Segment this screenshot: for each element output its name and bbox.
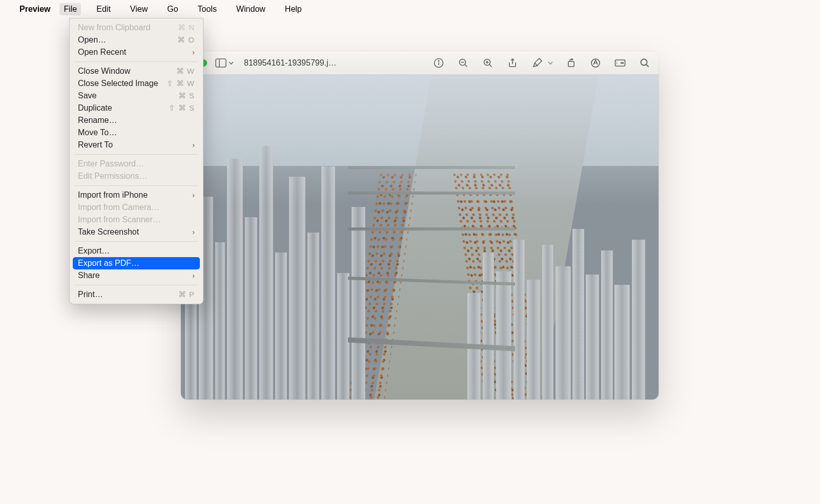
menu-item-enter-password: Enter Password… bbox=[73, 158, 200, 170]
menu-window[interactable]: Window bbox=[232, 3, 270, 15]
menu-item-open[interactable]: Open…⌘ O bbox=[73, 34, 200, 46]
titlebar[interactable]: 818954161-19395799.j… bbox=[181, 51, 659, 75]
menu-separator bbox=[75, 241, 198, 242]
menu-item-new-from-clipboard: New from Clipboard⌘ N bbox=[73, 22, 200, 34]
svg-point-3 bbox=[438, 60, 439, 61]
menu-item-label: Take Screenshot bbox=[78, 227, 139, 237]
menu-help[interactable]: Help bbox=[281, 3, 306, 15]
image-viewport[interactable] bbox=[181, 75, 659, 400]
menu-item-label: Close Selected Image bbox=[78, 79, 158, 88]
menu-item-label: New from Clipboard bbox=[78, 23, 150, 32]
menu-item-open-recent[interactable]: Open Recent› bbox=[73, 46, 200, 58]
menu-separator bbox=[75, 285, 198, 285]
menu-item-import-from-scanner: Import from Scanner… bbox=[73, 214, 200, 226]
menu-separator bbox=[75, 61, 198, 62]
markup-dropdown-icon[interactable] bbox=[548, 56, 553, 70]
search-button[interactable] bbox=[638, 56, 651, 70]
menu-item-save[interactable]: Save⌘ S bbox=[73, 90, 200, 102]
menu-item-duplicate[interactable]: Duplicate⇧ ⌘ S bbox=[73, 102, 200, 114]
menu-item-label: Import from Camera… bbox=[78, 203, 159, 212]
zoom-in-button[interactable] bbox=[481, 56, 495, 70]
menu-item-move-to[interactable]: Move To… bbox=[73, 127, 200, 139]
preview-window: 818954161-19395799.j… bbox=[181, 51, 659, 400]
menu-shortcut: ⌘ W bbox=[176, 67, 195, 76]
menu-item-label: Save bbox=[78, 91, 96, 100]
menu-item-import-from-iphone[interactable]: Import from iPhone› bbox=[73, 189, 200, 201]
chevron-right-icon: › bbox=[192, 191, 195, 199]
highlight-button[interactable] bbox=[589, 56, 602, 70]
svg-line-9 bbox=[489, 65, 492, 67]
menu-tools[interactable]: Tools bbox=[194, 3, 221, 15]
menu-item-label: Export… bbox=[78, 246, 110, 256]
svg-line-6 bbox=[465, 65, 467, 67]
menu-separator bbox=[75, 185, 198, 186]
menu-item-label: Duplicate bbox=[78, 103, 112, 113]
menu-item-label: Enter Password… bbox=[78, 159, 144, 169]
menu-item-label: Import from iPhone bbox=[78, 191, 148, 200]
toolbar bbox=[432, 56, 651, 70]
svg-point-20 bbox=[641, 59, 647, 65]
sidebar-toggle-button[interactable] bbox=[215, 58, 234, 68]
menu-item-label: Open… bbox=[78, 35, 106, 45]
menu-separator bbox=[75, 154, 198, 155]
menu-item-label: Close Window bbox=[78, 67, 130, 76]
chevron-right-icon: › bbox=[192, 141, 195, 149]
menu-shortcut: ⇧ ⌘ S bbox=[169, 103, 195, 113]
menu-shortcut: ⌘ P bbox=[178, 290, 195, 299]
markup-button[interactable] bbox=[530, 56, 544, 70]
svg-line-21 bbox=[646, 65, 649, 67]
menu-item-label: Edit Permissions… bbox=[78, 172, 147, 181]
svg-point-18 bbox=[622, 62, 622, 63]
menu-item-label: Import from Scanner… bbox=[78, 215, 161, 224]
menu-view[interactable]: View bbox=[126, 3, 152, 15]
menu-item-label: Open Recent bbox=[78, 48, 126, 57]
menu-item-close-window[interactable]: Close Window⌘ W bbox=[73, 65, 200, 77]
app-name[interactable]: Preview bbox=[19, 5, 50, 14]
menu-file[interactable]: File bbox=[59, 3, 81, 15]
menu-shortcut: ⌘ O bbox=[177, 35, 195, 45]
chevron-right-icon: › bbox=[192, 228, 195, 236]
form-button[interactable] bbox=[613, 56, 627, 70]
menu-item-revert-to[interactable]: Revert To› bbox=[73, 139, 200, 151]
menu-item-label: Print… bbox=[78, 290, 103, 299]
chevron-right-icon: › bbox=[192, 48, 195, 56]
menu-edit[interactable]: Edit bbox=[92, 3, 115, 15]
menu-item-label: Move To… bbox=[78, 128, 117, 137]
menu-item-edit-permissions: Edit Permissions… bbox=[73, 170, 200, 182]
menu-item-import-from-camera: Import from Camera… bbox=[73, 201, 200, 214]
menu-go[interactable]: Go bbox=[163, 3, 182, 15]
menu-shortcut: ⌘ N bbox=[178, 23, 195, 32]
menu-item-print[interactable]: Print…⌘ P bbox=[73, 288, 200, 301]
file-menu-dropdown: New from Clipboard⌘ NOpen…⌘ OOpen Recent… bbox=[69, 18, 203, 304]
svg-rect-0 bbox=[216, 59, 226, 67]
zoom-out-button[interactable] bbox=[457, 56, 470, 70]
menu-item-export-as-pdf[interactable]: Export as PDF… bbox=[73, 257, 200, 269]
menubar: Preview File Edit View Go Tools Window H… bbox=[0, 0, 820, 18]
menu-shortcut: ⌘ S bbox=[178, 91, 195, 100]
menu-item-label: Revert To bbox=[78, 140, 113, 150]
menu-item-label: Rename… bbox=[78, 116, 117, 125]
info-button[interactable] bbox=[432, 56, 445, 70]
svg-point-17 bbox=[623, 62, 623, 63]
menu-item-label: Share bbox=[78, 271, 100, 280]
menu-item-rename[interactable]: Rename… bbox=[73, 114, 200, 127]
menu-item-take-screenshot[interactable]: Take Screenshot› bbox=[73, 226, 200, 238]
menu-item-label: Export as PDF… bbox=[78, 259, 139, 268]
menu-item-export[interactable]: Export… bbox=[73, 245, 200, 257]
menu-shortcut: ⇧ ⌘ W bbox=[167, 79, 195, 88]
rotate-button[interactable] bbox=[564, 56, 578, 70]
window-title: 818954161-19395799.j… bbox=[244, 58, 362, 68]
svg-point-19 bbox=[621, 62, 621, 63]
menu-item-share[interactable]: Share› bbox=[73, 269, 200, 282]
share-button[interactable] bbox=[506, 56, 519, 70]
svg-rect-13 bbox=[568, 61, 574, 67]
chevron-right-icon: › bbox=[192, 271, 195, 280]
menu-item-close-selected-image[interactable]: Close Selected Image⇧ ⌘ W bbox=[73, 77, 200, 90]
